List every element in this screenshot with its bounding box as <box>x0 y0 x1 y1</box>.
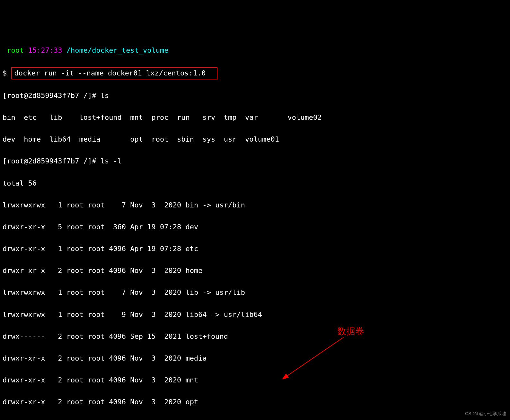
ls-entry: lrwxrwxrwx 1 root root 9 Nov 3 2020 lib6… <box>3 309 507 320</box>
ls-entry: lrwxrwxrwx 1 root root 7 Nov 3 2020 lib … <box>3 287 507 298</box>
watermark: CSDN @小七学爪哇 <box>465 410 506 417</box>
ls-output-row-1: bin etc lib lost+found mnt proc run srv … <box>3 112 507 123</box>
docker-run-command: docker run -it --name docker01 lxz/cento… <box>14 69 215 77</box>
prompt-line-3[interactable]: [root@2d859943f7b7 /]# ls -l <box>3 156 507 167</box>
command-line-1[interactable]: $ docker run -it --name docker01 lxz/cen… <box>3 67 507 79</box>
docker-run-command-box: docker run -it --name docker01 lxz/cento… <box>11 67 218 79</box>
ls-entry: drwxr-xr-x 1 root root 4096 Apr 19 07:28… <box>3 243 507 254</box>
ls-entry: lrwxrwxrwx 1 root root 7 Nov 3 2020 bin … <box>3 200 507 211</box>
ls-entry: drwxr-xr-x 2 root root 4096 Nov 3 2020 h… <box>3 265 507 276</box>
ls-entry: drwxr-xr-x 2 root root 4096 Nov 3 2020 m… <box>3 375 507 386</box>
prompt-time: 15:27:33 <box>28 46 66 54</box>
ls-entry: dr-xr-xr-x 147 root root 0 Apr 19 07:28 … <box>3 419 507 420</box>
ls-entry: drwxr-xr-x 2 root root 4096 Nov 3 2020 o… <box>3 397 507 407</box>
prompt-path: /home/docker_test_volume <box>66 46 177 54</box>
annotation-label: 数据卷 <box>337 324 364 338</box>
prompt-user: root <box>3 46 28 54</box>
ls-entry: drwx------ 2 root root 4096 Sep 15 2021 … <box>3 331 507 342</box>
ls-entry: drwxr-xr-x 5 root root 360 Apr 19 07:28 … <box>3 222 507 232</box>
prompt-dollar: $ <box>3 69 11 77</box>
total-line: total 56 <box>3 178 507 189</box>
prompt-line-1: root 15:27:33 /home/docker_test_volume <box>3 45 507 56</box>
ls-output-row-2: dev home lib64 media opt root sbin sys u… <box>3 134 507 145</box>
ls-entry: drwxr-xr-x 2 root root 4096 Nov 3 2020 m… <box>3 353 507 364</box>
prompt-line-2[interactable]: [root@2d859943f7b7 /]# ls <box>3 90 507 101</box>
